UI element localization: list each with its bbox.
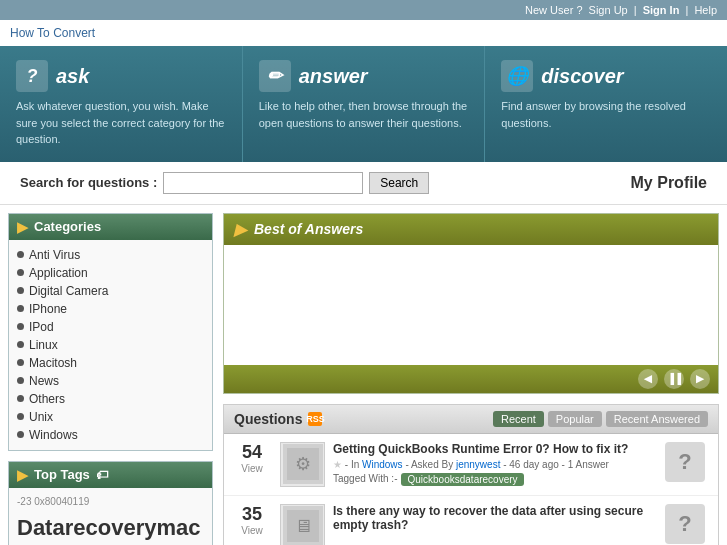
- search-label: Search for questions :: [20, 175, 157, 190]
- thumb-image: 🖥: [283, 506, 323, 545]
- discover-desc: Find answer by browsing the resolved que…: [501, 98, 711, 131]
- dot-icon: [17, 323, 24, 330]
- list-item[interactable]: Quickbooksdatarecovery: [401, 473, 523, 486]
- tag-icon: 🏷: [96, 468, 108, 482]
- asker-link[interactable]: jennywest: [456, 459, 500, 470]
- best-answers-header: ▶ Best of Answers: [224, 214, 718, 245]
- toptags-header: ▶ Top Tags 🏷: [9, 462, 212, 488]
- hero-answer: ✏ answer Like to help other, then browse…: [243, 46, 486, 162]
- dot-icon: [17, 359, 24, 366]
- dot-icon: [17, 269, 24, 276]
- rss-icon: RSS: [308, 412, 322, 426]
- sidebar-item-category[interactable]: Others: [17, 390, 204, 408]
- view-label: View: [232, 525, 272, 536]
- dot-icon: [17, 395, 24, 402]
- question-tags: Tagged With :- Quickbooksdatarecovery: [333, 473, 652, 486]
- best-answers-body: [224, 245, 718, 365]
- best-answers-section: ▶ Best of Answers ◀ ▐▐ ▶: [223, 213, 719, 394]
- separator2: |: [685, 4, 688, 16]
- sidebar-item-category[interactable]: Linux: [17, 336, 204, 354]
- ask-title: ask: [56, 65, 89, 88]
- question-title[interactable]: Getting QuickBooks Runtime Error 0? How …: [333, 442, 652, 456]
- sidebar-item-category[interactable]: IPod: [17, 318, 204, 336]
- ask-icon: ?: [16, 60, 48, 92]
- table-row: 54 View ⚙ Getting QuickBooks Runtime Err…: [224, 434, 718, 496]
- best-answers-arrow-icon: ▶: [234, 220, 246, 239]
- tab-recent-answered[interactable]: Recent Answered: [606, 411, 708, 427]
- question-meta: ★ - In Windows - Asked By jennywest - 46…: [333, 459, 652, 470]
- content-area: ▶ Best of Answers ◀ ▐▐ ▶ Questions RSS R…: [223, 213, 719, 546]
- in-label: - In: [345, 459, 362, 470]
- toptags-section: ▶ Top Tags 🏷 -23 0x80040119 Datarecovery…: [8, 461, 213, 546]
- prev-button[interactable]: ◀: [638, 369, 658, 389]
- categories-list: Anti VirusApplicationDigital CameraIPhon…: [9, 240, 212, 450]
- sidebar-item-category[interactable]: Anti Virus: [17, 246, 204, 264]
- dot-icon: [17, 341, 24, 348]
- separator1: |: [634, 4, 637, 16]
- time-ago: - 46 day ago - 1 Answer: [503, 459, 609, 470]
- my-profile: My Profile: [631, 174, 707, 192]
- tag-large[interactable]: Datarecoverymac: [17, 510, 204, 545]
- answer-title: answer: [299, 65, 368, 88]
- tab-popular[interactable]: Popular: [548, 411, 602, 427]
- best-answers-footer: ◀ ▐▐ ▶: [224, 365, 718, 393]
- dot-icon: [17, 377, 24, 384]
- tagged-with-label: Tagged With :-: [333, 473, 397, 486]
- categories-header: ▶ Categories: [9, 214, 212, 240]
- hero-discover: 🌐 discover Find answer by browsing the r…: [485, 46, 727, 162]
- toptags-label: Top Tags: [34, 467, 90, 482]
- toptags-arrow-icon: ▶: [17, 467, 28, 483]
- dot-icon: [17, 287, 24, 294]
- discover-title: discover: [541, 65, 623, 88]
- category-link[interactable]: Windows: [362, 459, 403, 470]
- sidebar-item-category[interactable]: Application: [17, 264, 204, 282]
- hero-banner: ? ask Ask whatever question, you wish. M…: [0, 46, 727, 162]
- sidebar-item-category[interactable]: News: [17, 372, 204, 390]
- questions-tabs: Recent Popular Recent Answered: [493, 411, 708, 427]
- view-number: 35: [232, 504, 272, 525]
- svg-text:🖥: 🖥: [294, 516, 312, 536]
- toptags-content: -23 0x80040119 Datarecoverymac Error Ipa…: [9, 488, 212, 546]
- search-bar: Search for questions : Search My Profile: [0, 162, 727, 205]
- view-number: 54: [232, 442, 272, 463]
- pause-button[interactable]: ▐▐: [664, 369, 684, 389]
- search-input[interactable]: [163, 172, 363, 194]
- ask-desc: Ask whatever question, you wish. Make su…: [16, 98, 226, 148]
- discover-icon: 🌐: [501, 60, 533, 92]
- sidebar-item-category[interactable]: Macitosh: [17, 354, 204, 372]
- sidebar-item-category[interactable]: Digital Camera: [17, 282, 204, 300]
- sidebar-item-category[interactable]: IPhone: [17, 300, 204, 318]
- question-body: Is there any way to recover the data aft…: [333, 504, 652, 535]
- questions-header: Questions RSS Recent Popular Recent Answ…: [224, 405, 718, 434]
- view-count: 54 View: [232, 442, 272, 474]
- dot-icon: [17, 305, 24, 312]
- top-bar: New User ? Sign Up | Sign In | Help: [0, 0, 727, 20]
- dot-icon: [17, 431, 24, 438]
- answer-icon: ✏: [259, 60, 291, 92]
- question-thumb: ⚙: [280, 442, 325, 487]
- questions-section: Questions RSS Recent Popular Recent Answ…: [223, 404, 719, 546]
- main-layout: ▶ Categories Anti VirusApplicationDigita…: [0, 205, 727, 546]
- question-body: Getting QuickBooks Runtime Error 0? How …: [333, 442, 652, 486]
- dot-icon: [17, 251, 24, 258]
- answer-desc: Like to help other, then browse through …: [259, 98, 469, 131]
- help-link[interactable]: Help: [694, 4, 717, 16]
- brand-link[interactable]: How To Convert: [10, 26, 95, 40]
- tab-recent[interactable]: Recent: [493, 411, 544, 427]
- categories-arrow-icon: ▶: [17, 219, 28, 235]
- signup-link[interactable]: Sign Up: [589, 4, 628, 16]
- svg-text:⚙: ⚙: [295, 454, 311, 474]
- dot-icon: [17, 413, 24, 420]
- question-title[interactable]: Is there any way to recover the data aft…: [333, 504, 652, 532]
- sidebar-item-category[interactable]: Windows: [17, 426, 204, 444]
- thumb-image: ⚙: [283, 444, 323, 484]
- next-button[interactable]: ▶: [690, 369, 710, 389]
- question-aside: ?: [660, 442, 710, 482]
- sidebar: ▶ Categories Anti VirusApplicationDigita…: [8, 213, 213, 546]
- sidebar-item-category[interactable]: Unix: [17, 408, 204, 426]
- search-button[interactable]: Search: [369, 172, 429, 194]
- signin-link[interactable]: Sign In: [643, 4, 680, 16]
- new-user-label: New User ?: [525, 4, 582, 16]
- table-row: 35 View 🖥 Is there any way to recover th…: [224, 496, 718, 546]
- categories-label: Categories: [34, 219, 101, 234]
